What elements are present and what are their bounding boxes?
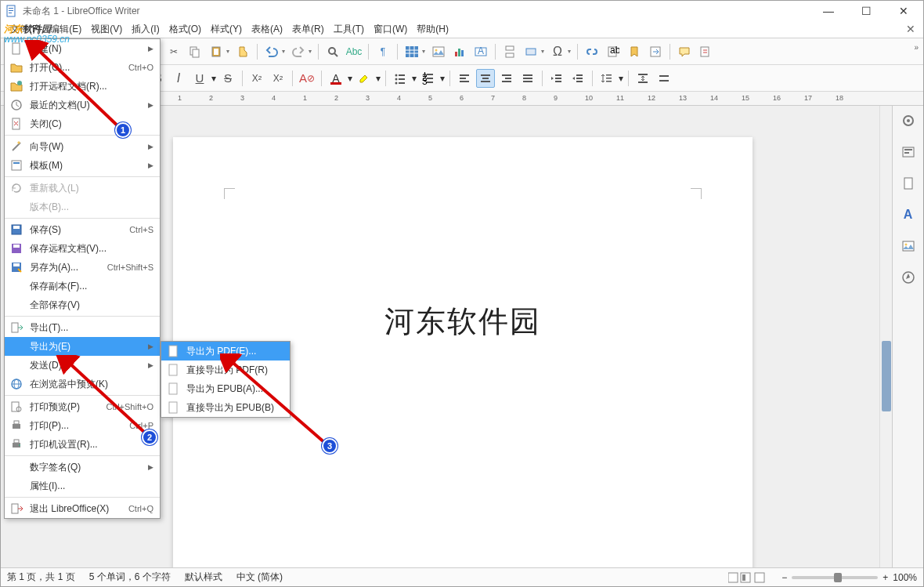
maximize-button[interactable]: ☐	[854, 5, 878, 17]
underline-icon[interactable]: U	[190, 69, 209, 88]
submenu-item[interactable]: 导出为 EPUB(A)...	[161, 379, 290, 398]
menu-item[interactable]: 在浏览器中预览(K)	[5, 375, 160, 393]
chart-icon[interactable]	[450, 42, 469, 61]
document-text[interactable]: 河东软件园	[173, 302, 753, 342]
submenu-item[interactable]: 导出为 PDF(E)...	[161, 342, 290, 361]
menu-item[interactable]: 保存副本(F)...	[5, 277, 160, 295]
menu-item[interactable]: 打开(O)...Ctrl+O	[5, 58, 160, 77]
toolbar-expand-icon[interactable]: »	[914, 43, 919, 52]
strike-icon[interactable]: S	[218, 69, 237, 88]
clone-format-icon[interactable]	[233, 42, 252, 61]
menu-item[interactable]: 另存为(A)...Ctrl+Shift+S	[5, 258, 160, 277]
table-icon[interactable]	[402, 42, 421, 61]
menu-item[interactable]: 打印(P)...Ctrl+P	[5, 416, 160, 435]
menu-table[interactable]: 表格(A)	[247, 21, 287, 38]
font-color-icon[interactable]: A	[327, 69, 345, 88]
highlight-icon[interactable]	[355, 69, 374, 88]
para-spacing-inc-icon[interactable]	[633, 69, 652, 88]
paste-icon[interactable]	[207, 42, 226, 61]
find-icon[interactable]	[323, 42, 342, 61]
sidebar-page-icon[interactable]	[898, 173, 919, 194]
menu-help[interactable]: 帮助(H)	[412, 21, 453, 38]
menu-format[interactable]: 格式(O)	[164, 21, 206, 38]
status-lang[interactable]: 中文 (简体)	[236, 571, 283, 584]
formatting-marks-icon[interactable]: ¶	[374, 42, 392, 61]
para-spacing-dec-icon[interactable]	[655, 69, 673, 88]
undo-icon[interactable]	[262, 42, 281, 61]
menu-item[interactable]: 导出为(E)▶	[5, 337, 160, 356]
align-center-icon[interactable]	[476, 69, 495, 88]
menu-edit[interactable]: 编辑(E)	[45, 21, 86, 38]
vertical-scrollbar[interactable]	[879, 106, 892, 567]
menu-item[interactable]: 保存(S)Ctrl+S	[5, 220, 160, 239]
subscript-icon[interactable]: X2	[269, 69, 287, 88]
menu-item[interactable]: 全部保存(V)	[5, 295, 160, 314]
menu-item[interactable]: 关闭(C)	[5, 114, 160, 133]
status-words[interactable]: 5 个单词，6 个字符	[89, 571, 171, 584]
textbox-icon[interactable]: A	[471, 42, 490, 61]
line-spacing-icon[interactable]	[597, 69, 616, 88]
submenu-item[interactable]: 直接导出为 EPUB(B)	[161, 398, 290, 417]
comment-icon[interactable]	[675, 42, 694, 61]
superscript-icon[interactable]: X2	[247, 69, 266, 88]
menu-tools[interactable]: 工具(T)	[329, 21, 369, 38]
copy-icon[interactable]	[186, 42, 204, 61]
menu-insert[interactable]: 插入(I)	[127, 21, 164, 38]
close-button[interactable]: ✕	[892, 5, 915, 17]
special-char-icon[interactable]: Ω	[548, 42, 567, 61]
status-page[interactable]: 第 1 页，共 1 页	[7, 571, 75, 584]
clear-format-icon[interactable]: A⊘	[298, 69, 316, 88]
menu-item[interactable]: 最近的文档(U)▶	[5, 96, 160, 114]
menu-view[interactable]: 视图(V)	[86, 21, 127, 38]
menu-styles[interactable]: 样式(Y)	[206, 21, 247, 38]
sidebar-navigator-icon[interactable]	[898, 267, 919, 288]
menu-item[interactable]: 保存远程文档(V)...	[5, 239, 160, 258]
menu-item[interactable]: 打开远程文档(R)...	[5, 77, 160, 96]
menu-file[interactable]: 文件(F)	[5, 21, 45, 38]
menu-item[interactable]: 打印预览(P)Ctrl+Shift+O	[5, 397, 160, 416]
align-justify-icon[interactable]	[518, 69, 537, 88]
number-list-icon[interactable]: 123	[419, 69, 438, 88]
scrollbar-thumb[interactable]	[882, 341, 891, 411]
menu-item[interactable]: 新建(N)▶	[5, 39, 160, 58]
italic-icon[interactable]: I	[169, 69, 188, 88]
menu-item[interactable]: 模板(M)▶	[5, 156, 160, 175]
status-view-icons[interactable]	[728, 572, 767, 583]
field-icon[interactable]	[522, 42, 540, 61]
minimize-button[interactable]: —	[817, 5, 840, 17]
page-break-icon[interactable]	[500, 42, 519, 61]
sidebar-gallery-icon[interactable]	[898, 236, 919, 256]
cut-icon[interactable]: ✂	[164, 42, 183, 61]
bookmark-icon[interactable]	[625, 42, 644, 61]
menu-item[interactable]: 向导(W)▶	[5, 137, 160, 156]
hyperlink-icon[interactable]	[583, 42, 601, 61]
menu-item[interactable]: 发送(D)▶	[5, 356, 160, 375]
menu-item[interactable]: 打印机设置(R)...	[5, 435, 160, 454]
menu-item[interactable]: 属性(I)...	[5, 476, 160, 495]
sidebar-properties-icon[interactable]	[898, 142, 919, 162]
image-icon[interactable]	[429, 42, 448, 61]
spellcheck-icon[interactable]: Abc	[345, 42, 363, 61]
indent-dec-icon[interactable]	[568, 69, 587, 88]
menu-window[interactable]: 窗口(W)	[369, 21, 412, 38]
menu-item[interactable]: 数字签名(Q)▶	[5, 458, 160, 476]
footnote-icon[interactable]: ab	[604, 42, 623, 61]
zoom-slider[interactable]	[792, 576, 878, 579]
sidebar-styles-icon[interactable]: A	[898, 205, 919, 225]
zoom-in-icon[interactable]: +	[882, 572, 888, 583]
submenu-item[interactable]: 直接导出为 PDF(R)	[161, 361, 290, 379]
bullet-list-icon[interactable]	[391, 69, 410, 88]
zoom-out-icon[interactable]: −	[781, 572, 787, 583]
menu-item[interactable]: 退出 LibreOffice(X)Ctrl+Q	[5, 499, 160, 518]
indent-inc-icon[interactable]	[547, 69, 566, 88]
sidebar-settings-icon[interactable]	[898, 111, 919, 131]
close-document-icon[interactable]: ✕	[906, 23, 915, 35]
menu-form[interactable]: 表单(R)	[287, 21, 329, 38]
align-right-icon[interactable]	[497, 69, 516, 88]
redo-icon[interactable]	[289, 42, 308, 61]
cross-ref-icon[interactable]	[646, 42, 665, 61]
zoom-value[interactable]: 100%	[893, 572, 917, 583]
status-style[interactable]: 默认样式	[185, 571, 222, 584]
track-changes-icon[interactable]	[696, 42, 715, 61]
align-left-icon[interactable]	[455, 69, 474, 88]
